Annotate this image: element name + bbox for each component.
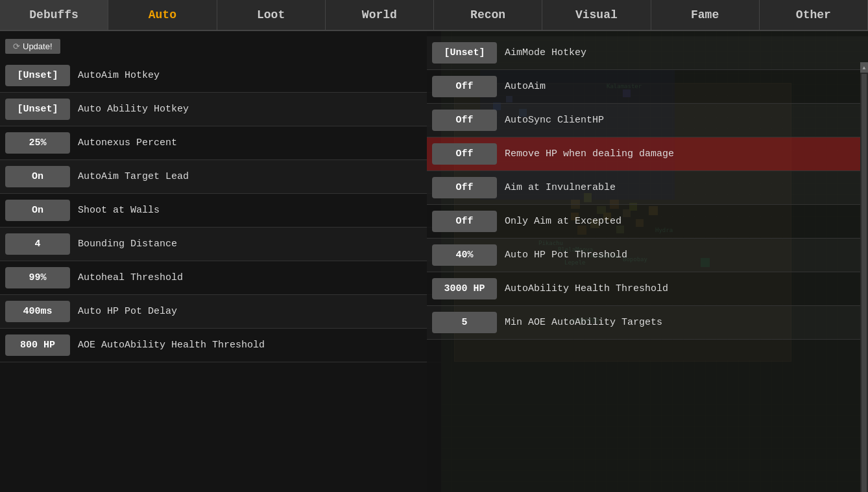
setting-row-autonexus: 25% Autonexus Percent — [0, 126, 441, 160]
setting-row-auto-ability-hotkey: [Unset] Auto Ability Hotkey — [0, 93, 441, 126]
setting-row-aoe-health: 800 HP AOE AutoAbility Health Threshold — [0, 329, 441, 362]
only-aim-btn[interactable]: Off — [432, 211, 497, 232]
tab-other[interactable]: Other — [760, 0, 868, 30]
auto-ability-hotkey-btn[interactable]: [Unset] — [5, 99, 70, 120]
remove-hp-btn[interactable]: Off — [432, 143, 497, 165]
autosync-btn[interactable]: Off — [432, 110, 497, 131]
hp-pot-delay-btn[interactable]: 400ms — [5, 301, 70, 322]
tab-recon[interactable]: Recon — [434, 0, 542, 30]
autoaim-target-lead-btn[interactable]: On — [5, 166, 70, 187]
setting-row-shoot-walls: On Shoot at Walls — [0, 194, 441, 228]
setting-row-hp-pot-delay: 400ms Auto HP Pot Delay — [0, 295, 441, 329]
shoot-walls-label: Shoot at Walls — [78, 205, 436, 216]
r-setting-row-autoability-health: 3000 HP AutoAbility Health Threshold — [427, 272, 868, 306]
autonexus-label: Autonexus Percent — [78, 137, 436, 148]
bounding-distance-label: Bounding Distance — [78, 239, 436, 250]
scroll-up-arrow[interactable]: ▲ — [860, 62, 868, 73]
update-button[interactable]: ⟳ Update! — [5, 39, 60, 54]
autoaim-hotkey-btn[interactable]: [Unset] — [5, 65, 70, 86]
r-setting-row-aim-invulnerable: Off Aim at Invulnerable — [427, 171, 868, 205]
main-content: ⟳ Update! [Unset] AutoAim Hotkey [Unset]… — [0, 31, 868, 492]
aim-invulnerable-label: Aim at Invulnerable — [505, 182, 863, 193]
remove-hp-label: Remove HP when dealing damage — [505, 148, 863, 159]
shoot-walls-btn[interactable]: On — [5, 200, 70, 221]
r-setting-row-autosync: Off AutoSync ClientHP — [427, 104, 868, 137]
r-setting-row-autoaim: Off AutoAim — [427, 70, 868, 104]
autoaim-hotkey-label: AutoAim Hotkey — [78, 70, 436, 81]
hp-pot-threshold-label: Auto HP Pot Threshold — [505, 250, 863, 261]
setting-row-autoheal: 99% Autoheal Threshold — [0, 261, 441, 295]
tab-visual[interactable]: Visual — [542, 0, 651, 30]
aimmode-hotkey-btn[interactable]: [Unset] — [432, 42, 497, 64]
autoability-health-btn[interactable]: 3000 HP — [432, 278, 497, 299]
tab-fame[interactable]: Fame — [651, 0, 760, 30]
hp-pot-threshold-btn[interactable]: 40% — [432, 244, 497, 266]
setting-row-autoaim-hotkey: [Unset] AutoAim Hotkey — [0, 59, 441, 93]
only-aim-label: Only Aim at Excepted — [505, 216, 863, 227]
nav-bar: Debuffs Auto Loot World Recon Visual Fam… — [0, 0, 868, 31]
r-setting-row-only-aim: Off Only Aim at Excepted — [427, 205, 868, 239]
right-settings-panel: [Unset] AimMode Hotkey Off AutoAim Off A… — [427, 31, 868, 492]
far-right-scrollbar: ▲ ▼ — [860, 62, 868, 492]
r-setting-row-remove-hp: Off Remove HP when dealing damage — [427, 137, 868, 171]
bounding-distance-btn[interactable]: 4 — [5, 233, 70, 255]
min-aoe-targets-btn[interactable]: 5 — [432, 312, 497, 333]
scroll-track — [862, 74, 867, 492]
min-aoe-targets-label: Min AOE AutoAbility Targets — [505, 317, 863, 328]
r-setting-row-aimmode-hotkey: [Unset] AimMode Hotkey — [427, 36, 868, 70]
tab-loot[interactable]: Loot — [217, 0, 326, 30]
autoability-health-label: AutoAbility Health Threshold — [505, 283, 863, 294]
setting-row-bounding-distance: 4 Bounding Distance — [0, 228, 441, 261]
autoaim-toggle-btn[interactable]: Off — [432, 76, 497, 97]
autoaim-target-lead-label: AutoAim Target Lead — [78, 171, 436, 182]
setting-row-autoaim-target-lead: On AutoAim Target Lead — [0, 160, 441, 194]
autonexus-btn[interactable]: 25% — [5, 132, 70, 154]
hp-pot-delay-label: Auto HP Pot Delay — [78, 306, 436, 317]
tab-auto[interactable]: Auto — [108, 0, 217, 30]
aimmode-hotkey-label: AimMode Hotkey — [505, 47, 863, 58]
aoe-health-label: AOE AutoAbility Health Threshold — [78, 340, 436, 351]
autoaim-toggle-label: AutoAim — [505, 81, 863, 92]
autoheal-label: Autoheal Threshold — [78, 272, 436, 283]
autosync-label: AutoSync ClientHP — [505, 115, 863, 126]
aim-invulnerable-btn[interactable]: Off — [432, 177, 497, 198]
r-setting-row-hp-pot-threshold: 40% Auto HP Pot Threshold — [427, 239, 868, 272]
r-setting-row-min-aoe-targets: 5 Min AOE AutoAbility Targets — [427, 306, 868, 340]
tab-debuffs[interactable]: Debuffs — [0, 0, 108, 30]
aoe-health-btn[interactable]: 800 HP — [5, 334, 70, 356]
auto-ability-hotkey-label: Auto Ability Hotkey — [78, 104, 436, 115]
left-settings-panel: ⟳ Update! [Unset] AutoAim Hotkey [Unset]… — [0, 31, 441, 492]
tab-world[interactable]: World — [326, 0, 434, 30]
autoheal-btn[interactable]: 99% — [5, 267, 70, 288]
update-icon: ⟳ — [13, 41, 20, 51]
